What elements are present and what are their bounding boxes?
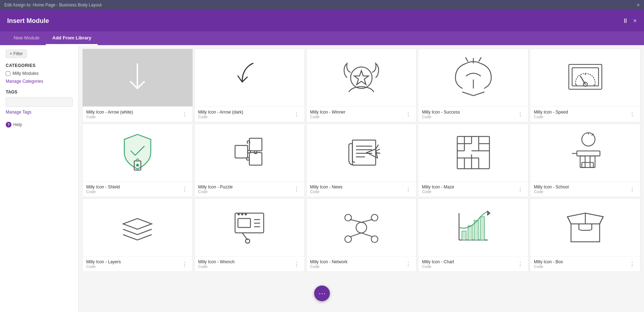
svg-rect-28: [457, 136, 489, 169]
card-name-wrench: Milly Icon - Wrench: [198, 259, 235, 264]
svg-line-26: [376, 149, 380, 151]
card-school[interactable]: Milly Icon - School Code ⋮: [530, 124, 640, 197]
card-icon-area-box: [530, 199, 640, 256]
card-layers[interactable]: Milly Icon - Layers Code ⋮: [82, 198, 193, 272]
card-news[interactable]: Milly Icon - News Code ⋮: [306, 124, 417, 197]
tab-add-from-library[interactable]: Add From Library: [46, 32, 98, 45]
modal-pause-button[interactable]: ⏸: [622, 17, 629, 25]
svg-line-66: [350, 233, 361, 237]
manage-tags-link[interactable]: Manage Tags: [6, 110, 73, 115]
card-footer-network: Milly Icon - Network Code ⋮: [307, 256, 416, 272]
card-menu-puzzle[interactable]: ⋮: [292, 185, 301, 193]
svg-line-4: [465, 57, 468, 62]
card-icon-area-maze: [418, 124, 528, 181]
card-icon-area-chart: [418, 199, 528, 256]
card-menu-box[interactable]: ⋮: [628, 260, 636, 268]
milly-modules-checkbox[interactable]: [6, 71, 10, 76]
card-footer-winner: Milly Icon - Winner Code ⋮: [307, 106, 416, 122]
card-name-news: Milly Icon - News: [310, 184, 343, 189]
card-menu-network[interactable]: ⋮: [404, 260, 413, 268]
card-icon-area-speed: [530, 49, 640, 106]
card-name-puzzle: Milly Icon - Puzzle: [198, 184, 233, 189]
card-icon-area-shield: [83, 124, 192, 181]
card-footer-layers: Milly Icon - Layers Code ⋮: [83, 256, 192, 272]
card-icon-area-arrow-dark: [195, 49, 304, 106]
card-type-chart: Code: [422, 264, 454, 269]
card-maze[interactable]: Milly Icon - Maze Code ⋮: [418, 124, 528, 197]
svg-line-65: [361, 219, 373, 222]
svg-rect-48: [582, 163, 593, 168]
categories-title: Categories: [6, 63, 73, 68]
svg-point-41: [582, 133, 595, 146]
card-icon-area-news: [307, 124, 416, 181]
svg-rect-17: [249, 138, 262, 151]
card-chart[interactable]: Milly Icon - Chart Code ⋮: [418, 198, 528, 272]
card-icon-area-arrow-white: [83, 49, 192, 106]
card-success[interactable]: Milly Icon - Success Code ⋮: [418, 49, 528, 122]
tags-input[interactable]: [6, 97, 73, 107]
card-menu-wrench[interactable]: ⋮: [292, 260, 301, 268]
svg-rect-70: [462, 231, 466, 240]
card-shield[interactable]: Milly Icon - Shield Code ⋮: [82, 124, 193, 197]
card-menu-success[interactable]: ⋮: [516, 110, 525, 119]
svg-marker-74: [488, 211, 490, 215]
card-menu-winner[interactable]: ⋮: [404, 110, 413, 119]
card-wrench[interactable]: Milly Icon - Wrench Code ⋮: [194, 198, 305, 272]
modal-close-button[interactable]: ×: [633, 17, 637, 25]
card-puzzle[interactable]: Milly Icon - Puzzle Code ⋮: [194, 124, 305, 197]
modal-body: × Filter Categories Milly Modules Manage…: [0, 45, 644, 312]
card-footer-success: Milly Icon - Success Code ⋮: [418, 106, 528, 122]
title-bar: Edit Assign to: Home Page - Business Bod…: [0, 0, 644, 10]
card-arrow-white[interactable]: Milly Icon - Arrow (white) Code ⋮: [82, 49, 193, 122]
card-winner[interactable]: Milly Icon - Winner Code ⋮: [306, 49, 417, 122]
card-speed[interactable]: Milly Icon - Speed Code ⋮: [530, 49, 640, 122]
module-grid: Milly Icon - Arrow (white) Code ⋮ Milly …: [82, 49, 640, 272]
filter-button[interactable]: × Filter: [6, 49, 27, 58]
card-footer-chart: Milly Icon - Chart Code ⋮: [418, 256, 528, 272]
svg-line-77: [600, 217, 603, 224]
card-icon-area-puzzle: [195, 124, 304, 181]
card-footer-wrench: Milly Icon - Wrench Code ⋮: [195, 256, 304, 272]
fab-button[interactable]: ⋯: [314, 285, 330, 301]
card-type-arrow-dark: Code: [198, 115, 243, 119]
card-menu-school[interactable]: ⋮: [628, 185, 636, 193]
card-menu-speed[interactable]: ⋮: [628, 110, 636, 119]
card-network[interactable]: Milly Icon - Network Code ⋮: [306, 198, 417, 272]
card-menu-shield[interactable]: ⋮: [180, 185, 189, 193]
card-type-shield: Code: [86, 189, 120, 194]
svg-point-61: [345, 214, 351, 221]
card-box[interactable]: Milly Icon - Box Code ⋮: [530, 198, 640, 272]
card-footer-box: Milly Icon - Box Code ⋮: [530, 256, 640, 272]
card-name-maze: Milly Icon - Maze: [422, 184, 454, 189]
card-type-winner: Code: [310, 115, 346, 119]
milly-modules-row: Milly Modules: [6, 71, 73, 76]
card-icon-area-school: [530, 124, 640, 181]
help-label: Help: [13, 122, 22, 127]
modal-tabs: New Module Add From Library: [0, 32, 644, 45]
card-icon-area-wrench: [195, 199, 304, 256]
card-menu-news[interactable]: ⋮: [404, 185, 413, 193]
manage-categories-link[interactable]: Manage Categories: [6, 79, 73, 84]
tab-new-module[interactable]: New Module: [7, 32, 46, 45]
card-footer-news: Milly Icon - News Code ⋮: [307, 181, 416, 197]
svg-rect-45: [580, 156, 585, 167]
card-name-layers: Milly Icon - Layers: [86, 259, 121, 264]
card-type-box: Code: [534, 264, 563, 269]
card-name-success: Milly Icon - Success: [422, 110, 460, 115]
card-menu-arrow-white[interactable]: ⋮: [180, 110, 189, 119]
svg-line-76: [567, 217, 571, 224]
title-bar-close[interactable]: ×: [637, 2, 640, 8]
card-arrow-dark[interactable]: Milly Icon - Arrow (dark) Code ⋮: [194, 49, 305, 122]
card-menu-layers[interactable]: ⋮: [180, 260, 189, 268]
card-menu-chart[interactable]: ⋮: [516, 260, 525, 268]
card-menu-maze[interactable]: ⋮: [516, 185, 525, 193]
help-row[interactable]: ? Help: [6, 122, 73, 128]
svg-line-5: [479, 57, 481, 62]
tags-title: Tags: [6, 90, 73, 95]
card-menu-arrow-dark[interactable]: ⋮: [292, 110, 301, 119]
svg-rect-73: [480, 217, 484, 240]
svg-rect-7: [569, 64, 601, 89]
card-type-network: Code: [310, 264, 348, 269]
card-type-news: Code: [310, 189, 343, 194]
card-icon-area-success: [418, 49, 528, 106]
